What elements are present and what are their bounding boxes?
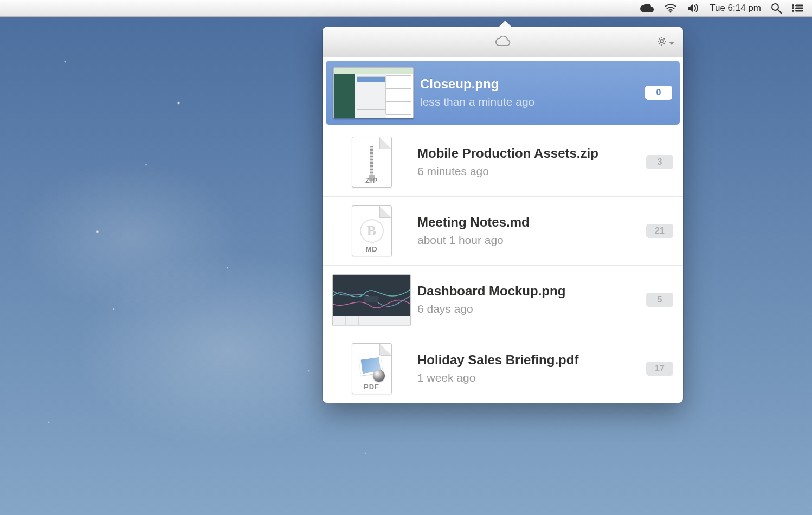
settings-menu-button[interactable]: [657, 36, 674, 48]
wifi-icon[interactable]: [664, 0, 677, 16]
item-title: Mobile Production Assets.zip: [417, 146, 646, 160]
menubar: Tue 6:14 pm: [0, 0, 812, 17]
notification-center-icon[interactable]: [791, 0, 803, 16]
cloud-icon: [495, 36, 511, 49]
menubar-clock[interactable]: Tue 6:14 pm: [710, 0, 761, 16]
item-time: 1 week ago: [417, 371, 646, 384]
svg-point-5: [792, 7, 794, 9]
svg-line-2: [778, 10, 781, 13]
spotlight-icon[interactable]: [771, 0, 782, 16]
item-time: 6 minutes ago: [417, 165, 646, 178]
md-file-icon: B MD: [352, 205, 392, 256]
list-item[interactable]: Dashboard Mockup.png 6 days ago 5: [323, 265, 683, 334]
pdf-file-icon: PDF: [352, 343, 392, 394]
list-item[interactable]: ZIP Mobile Production Assets.zip 6 minut…: [323, 128, 683, 196]
dropdown-arrow: [499, 21, 512, 27]
svg-point-7: [792, 10, 794, 12]
svg-line-16: [664, 38, 665, 39]
cloudapp-menubar-icon[interactable]: [640, 0, 654, 16]
item-title: Dashboard Mockup.png: [417, 284, 646, 298]
list-item[interactable]: Mobile Production As Upload From Clip Au…: [326, 61, 680, 125]
svg-line-14: [659, 38, 660, 39]
gear-icon: [657, 36, 667, 48]
chevron-down-icon: [669, 37, 674, 47]
list-item[interactable]: B MD Meeting Notes.md about 1 hour ago 2…: [323, 196, 683, 265]
view-count-badge: 0: [645, 86, 672, 100]
svg-line-15: [664, 43, 665, 44]
screenshot-thumbnail: Mobile Production As Upload From Clip Au…: [333, 67, 414, 118]
svg-rect-18: [364, 296, 378, 302]
upload-list: Mobile Production As Upload From Clip Au…: [323, 61, 683, 403]
svg-point-3: [792, 4, 794, 7]
item-time: about 1 hour ago: [417, 234, 646, 247]
svg-rect-8: [795, 10, 803, 12]
svg-rect-6: [795, 8, 803, 9]
zip-file-icon: ZIP: [352, 137, 392, 188]
dropdown-titlebar: [323, 27, 683, 57]
svg-line-17: [659, 43, 660, 44]
item-title: Closeup.png: [420, 77, 645, 91]
volume-icon[interactable]: [687, 0, 700, 16]
svg-rect-4: [795, 5, 803, 7]
svg-point-9: [660, 40, 663, 43]
item-time: less than a minute ago: [420, 95, 645, 108]
item-time: 6 days ago: [417, 302, 646, 316]
cloudapp-dropdown: Mobile Production As Upload From Clip Au…: [323, 27, 683, 403]
image-thumbnail: [332, 274, 411, 325]
list-item[interactable]: PDF Holiday Sales Briefing.pdf 1 week ag…: [323, 334, 683, 403]
view-count-badge: 5: [646, 293, 673, 307]
view-count-badge: 3: [646, 155, 673, 169]
view-count-badge: 17: [646, 362, 673, 376]
svg-point-0: [670, 11, 672, 12]
view-count-badge: 21: [646, 224, 673, 238]
item-title: Holiday Sales Briefing.pdf: [417, 353, 646, 367]
item-title: Meeting Notes.md: [417, 215, 646, 229]
